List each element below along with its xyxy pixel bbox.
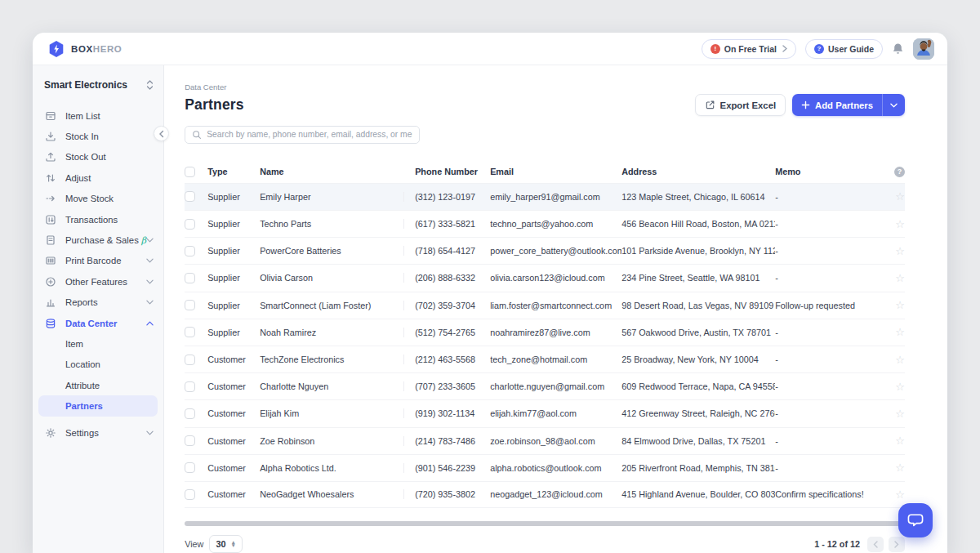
favorite-star-icon[interactable]: ☆ xyxy=(895,219,905,230)
cell-type: Customer xyxy=(207,436,260,446)
cell-phone: (707) 233-3605 xyxy=(403,381,490,391)
cell-type: Customer xyxy=(207,408,260,418)
view-count-select[interactable]: 30 ▲▼ xyxy=(209,535,242,553)
horizontal-scrollbar[interactable] xyxy=(185,521,902,526)
sidebar-item-move-stock[interactable]: Move Stock xyxy=(33,189,163,209)
column-header-type[interactable]: Type xyxy=(207,167,260,176)
row-checkbox[interactable] xyxy=(185,435,195,446)
workspace-switcher[interactable]: Smart Electronics xyxy=(33,75,163,95)
sidebar-subitem-attribute[interactable]: Attribute xyxy=(33,375,163,395)
workspace-switch-icon xyxy=(146,80,154,90)
row-checkbox[interactable] xyxy=(185,246,195,256)
add-partners-dropdown-toggle[interactable] xyxy=(882,94,905,116)
table-row[interactable]: Supplier Emily Harper (312) 123-0197 emi… xyxy=(185,183,905,210)
row-checkbox[interactable] xyxy=(185,219,195,230)
cell-name: Noah Ramirez xyxy=(260,328,403,337)
favorite-star-icon[interactable]: ☆ xyxy=(895,300,905,310)
column-header-memo[interactable]: Memo xyxy=(775,167,872,176)
row-checkbox[interactable] xyxy=(185,381,195,392)
chevron-left-icon xyxy=(873,541,878,548)
row-checkbox[interactable] xyxy=(185,408,195,419)
table-row[interactable]: Customer Elijah Kim (919) 302-1134 elija… xyxy=(185,399,905,426)
sidebar-item-data-center[interactable]: Data Center xyxy=(33,313,163,333)
row-checkbox[interactable] xyxy=(185,462,195,473)
favorite-star-icon[interactable]: ☆ xyxy=(895,327,905,337)
sidebar-collapse-button[interactable] xyxy=(154,126,169,141)
cell-name: Olivia Carson xyxy=(260,273,403,283)
help-icon[interactable]: ? xyxy=(894,167,905,177)
favorite-star-icon[interactable]: ☆ xyxy=(895,408,905,419)
sidebar-item-transactions[interactable]: Transactions xyxy=(33,209,163,230)
sidebar-item-purchase-sales[interactable]: Purchase & Sales β xyxy=(33,230,163,250)
boxhero-logo[interactable]: BOXHERO xyxy=(47,40,122,58)
sidebar-subitem-location[interactable]: Location xyxy=(33,355,163,375)
favorite-star-icon[interactable]: ☆ xyxy=(895,381,905,392)
column-header-address[interactable]: Address xyxy=(621,167,775,176)
table-row[interactable]: Customer Alpha Robotics Ltd. (901) 546-2… xyxy=(185,454,905,481)
column-header-phone[interactable]: Phone Number xyxy=(403,167,490,176)
table-row[interactable]: Supplier Olivia Carson (206) 888-6332 ol… xyxy=(185,264,905,291)
select-all-checkbox[interactable] xyxy=(185,167,195,177)
table-row[interactable]: Supplier SmartConnect (Liam Foster) (702… xyxy=(185,292,905,319)
table-row[interactable]: Supplier PowerCore Batteries (718) 654-4… xyxy=(185,237,905,264)
arrow-up-tray-icon xyxy=(45,151,56,163)
sidebar-item-stock-out[interactable]: Stock Out xyxy=(33,147,163,167)
trial-alert-icon: ! xyxy=(710,44,720,54)
add-partners-button[interactable]: Add Partners xyxy=(792,94,882,116)
table-row[interactable]: Supplier Noah Ramirez (512) 754-2765 noa… xyxy=(185,319,905,346)
table-row[interactable]: Customer Charlotte Nguyen (707) 233-3605… xyxy=(185,372,905,399)
table-header-row: Type Name Phone Number Email Address Mem… xyxy=(185,161,905,183)
cell-name: Emily Harper xyxy=(260,192,403,202)
user-guide-button[interactable]: ? User Guide xyxy=(805,39,883,59)
table-row[interactable]: Supplier Techno Parts (617) 333-5821 tec… xyxy=(185,210,905,237)
cell-phone: (718) 654-4127 xyxy=(403,246,490,256)
chevron-down-icon xyxy=(890,103,898,108)
sidebar-item-reports[interactable]: Reports xyxy=(33,292,163,313)
sidebar-item-stock-in[interactable]: Stock In xyxy=(33,126,163,146)
row-checkbox[interactable] xyxy=(185,273,195,283)
table-row[interactable]: Customer TechZone Electronics (212) 463-… xyxy=(185,346,905,372)
row-checkbox[interactable] xyxy=(185,191,195,202)
row-checkbox[interactable] xyxy=(185,355,195,365)
free-trial-button[interactable]: ! On Free Trial xyxy=(702,39,796,59)
sidebar-item-settings[interactable]: Settings xyxy=(33,422,163,443)
table-row[interactable]: Customer Zoe Robinson (214) 783-7486 zoe… xyxy=(185,427,905,454)
prev-page-button[interactable] xyxy=(867,537,884,552)
sidebar-subitem-partners[interactable]: Partners xyxy=(38,395,158,416)
row-checkbox[interactable] xyxy=(185,300,195,310)
favorite-star-icon[interactable]: ☆ xyxy=(895,246,905,256)
next-page-button[interactable] xyxy=(889,537,905,552)
favorite-star-icon[interactable]: ☆ xyxy=(895,273,905,283)
search-icon xyxy=(192,130,202,140)
column-header-name[interactable]: Name xyxy=(260,167,403,176)
favorite-star-icon[interactable]: ☆ xyxy=(895,355,905,365)
favorite-star-icon[interactable]: ☆ xyxy=(895,191,905,202)
cell-email: zoe.robinson_98@aol.com xyxy=(490,436,621,446)
table-row[interactable]: Customer NeoGadget Whoesalers (720) 935-… xyxy=(185,481,905,508)
notifications-bell-icon[interactable] xyxy=(892,42,904,56)
favorite-star-icon[interactable]: ☆ xyxy=(895,489,905,500)
sidebar-subitem-item[interactable]: Item xyxy=(33,333,163,354)
export-excel-button[interactable]: Export Excel xyxy=(695,94,786,116)
row-checkbox[interactable] xyxy=(185,327,195,337)
column-header-email[interactable]: Email xyxy=(490,167,621,176)
cell-email: power_core_battery@outlook.com xyxy=(490,246,621,256)
favorite-star-icon[interactable]: ☆ xyxy=(895,462,905,473)
cell-phone: (617) 333-5821 xyxy=(403,219,490,229)
cell-email: tech_zone@hotmail.com xyxy=(490,355,621,364)
user-avatar[interactable] xyxy=(913,38,934,60)
cell-email: neogadget_123@icloud.com xyxy=(490,489,621,499)
cell-memo: - xyxy=(775,273,872,283)
row-checkbox[interactable] xyxy=(185,489,195,500)
sidebar-item-print-barcode[interactable]: Print Barcode xyxy=(33,251,163,271)
cell-name: PowerCore Batteries xyxy=(260,246,403,256)
export-icon xyxy=(705,100,715,110)
bar-chart-icon xyxy=(45,297,56,308)
sidebar-item-other-features[interactable]: Other Features xyxy=(33,271,163,292)
search-input[interactable] xyxy=(207,130,412,139)
sidebar-item-adjust[interactable]: Adjust xyxy=(33,167,163,188)
sidebar-item-item-list[interactable]: Item List xyxy=(33,105,163,126)
cell-type: Supplier xyxy=(207,192,260,202)
favorite-star-icon[interactable]: ☆ xyxy=(895,435,905,446)
chat-support-button[interactable] xyxy=(898,503,933,537)
